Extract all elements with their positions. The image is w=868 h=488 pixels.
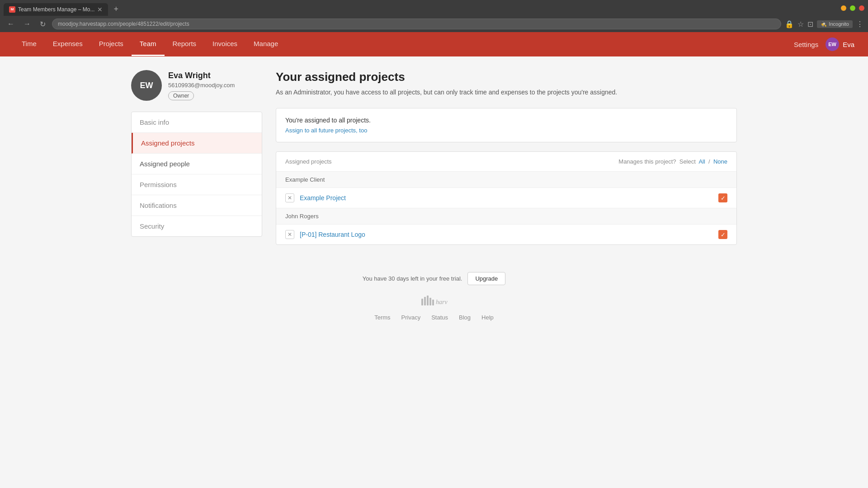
svg-rect-0 <box>421 299 423 305</box>
manages-label: Manages this project? <box>618 158 676 165</box>
nav-invoices[interactable]: Invoices <box>204 33 245 56</box>
table-header: Assigned projects Manages this project? … <box>276 152 736 172</box>
page-content: EW Eva Wright 56109936@moodjoy.com Owner… <box>118 56 750 258</box>
sidebar-item-basic-info[interactable]: Basic info <box>132 112 262 133</box>
nav-team[interactable]: Team <box>132 33 165 56</box>
svg-rect-1 <box>424 297 426 305</box>
sidebar-item-notifications[interactable]: Notifications <box>132 195 262 216</box>
info-box: You're assigned to all projects. Assign … <box>276 108 737 142</box>
harvest-logo-svg: harvest <box>420 294 448 308</box>
header-right: Settings EW Eva <box>794 38 854 51</box>
table-header-right: Manages this project? Select All / None <box>618 158 727 165</box>
manages-project-1-checkbox[interactable]: ✓ <box>718 193 727 202</box>
page-body: EW Eva Wright 56109936@moodjoy.com Owner… <box>0 56 868 488</box>
tab-close-button[interactable]: ✕ <box>97 6 103 13</box>
svg-rect-3 <box>429 298 431 305</box>
footer-status-link[interactable]: Status <box>431 314 448 321</box>
settings-link[interactable]: Settings <box>794 41 818 48</box>
refresh-button[interactable]: ↻ <box>37 19 48 29</box>
remove-project-2-button[interactable]: ✕ <box>285 230 294 239</box>
address-bar[interactable]: moodjoy.harvestapp.com/people/4851222/ed… <box>52 19 781 29</box>
projects-table: Assigned projects Manages this project? … <box>276 151 737 245</box>
nav-expenses[interactable]: Expenses <box>45 33 91 56</box>
trial-notice: You have 30 days left in your free trial… <box>14 272 854 285</box>
sidebar-nav: Basic info Assigned projects Assigned pe… <box>131 112 262 237</box>
page-footer: You have 30 days left in your free trial… <box>0 258 868 334</box>
select-label: Select <box>679 158 696 165</box>
main-content: Your assigned projects As an Administrat… <box>276 70 737 245</box>
footer-privacy-link[interactable]: Privacy <box>401 314 421 321</box>
tab-bar: M Team Members Manage – Mo... ✕ + <box>0 0 868 16</box>
incognito-badge: 🕵 Incognito <box>817 20 853 28</box>
trial-text: You have 30 days left in your free trial… <box>363 275 462 282</box>
svg-rect-2 <box>427 296 429 305</box>
footer-help-link[interactable]: Help <box>481 314 494 321</box>
sidebar: EW Eva Wright 56109936@moodjoy.com Owner… <box>131 70 262 245</box>
close-button[interactable] <box>859 5 864 11</box>
user-name-header: Eva <box>843 41 854 48</box>
select-none-link[interactable]: None <box>713 158 727 165</box>
sidebar-item-security[interactable]: Security <box>132 216 262 236</box>
page-subtitle: As an Administrator, you have access to … <box>276 88 737 97</box>
project-row-1: ✕ Example Project ✓ <box>276 188 736 208</box>
separator: / <box>708 158 710 165</box>
nav-actions: 🔒 ☆ ⊡ 🕵 Incognito ⋮ <box>785 20 863 28</box>
nav-time[interactable]: Time <box>14 33 45 56</box>
bookmark-icon[interactable]: ☆ <box>797 20 804 28</box>
browser-nav: ← → ↻ moodjoy.harvestapp.com/people/4851… <box>0 16 868 32</box>
profile-info: Eva Wright 56109936@moodjoy.com Owner <box>168 71 235 100</box>
table-header-label: Assigned projects <box>285 158 332 165</box>
app-header: Time Expenses Projects Team Reports Invo… <box>0 32 868 56</box>
svg-rect-4 <box>432 300 434 305</box>
profile-section: EW Eva Wright 56109936@moodjoy.com Owner <box>131 70 262 101</box>
assign-future-link[interactable]: Assign to all future projects, too <box>285 127 367 134</box>
harvest-logo: harvest <box>14 294 854 308</box>
nav-manage[interactable]: Manage <box>245 33 286 56</box>
footer-blog-link[interactable]: Blog <box>459 314 471 321</box>
owner-badge: Owner <box>168 91 194 100</box>
remove-project-1-button[interactable]: ✕ <box>285 193 294 202</box>
project-1-link[interactable]: Example Project <box>300 194 713 202</box>
url-display: moodjoy.harvestapp.com/people/4851222/ed… <box>58 21 189 27</box>
tab-favicon: M <box>9 6 15 13</box>
eye-off-icon: 🔒 <box>785 20 794 28</box>
main-nav: Time Expenses Projects Team Reports Invo… <box>14 33 286 56</box>
sidebar-item-assigned-people[interactable]: Assigned people <box>132 154 262 174</box>
page-title: Your assigned projects <box>276 70 737 84</box>
incognito-icon: 🕵 <box>821 21 827 27</box>
profile-name: Eva Wright <box>168 71 235 80</box>
client-row-2: John Rogers <box>276 208 736 225</box>
tab-label: Team Members Manage – Mo... <box>18 6 94 13</box>
sidebar-icon[interactable]: ⊡ <box>807 20 813 28</box>
user-badge[interactable]: EW Eva <box>826 38 854 51</box>
sidebar-item-permissions[interactable]: Permissions <box>132 174 262 195</box>
project-row-2: ✕ [P-01] Restaurant Logo ✓ <box>276 225 736 244</box>
maximize-button[interactable] <box>850 5 855 11</box>
new-tab-button[interactable]: + <box>110 3 122 16</box>
sidebar-item-assigned-projects[interactable]: Assigned projects <box>132 133 262 154</box>
profile-email: 56109936@moodjoy.com <box>168 82 235 89</box>
nav-projects[interactable]: Projects <box>91 33 132 56</box>
minimize-button[interactable] <box>841 5 846 11</box>
nav-reports[interactable]: Reports <box>165 33 205 56</box>
window-controls <box>841 5 864 14</box>
user-avatar: EW <box>826 38 839 51</box>
footer-links: Terms Privacy Status Blog Help <box>14 314 854 321</box>
upgrade-button[interactable]: Upgrade <box>467 272 505 285</box>
manages-project-2-checkbox[interactable]: ✓ <box>718 230 727 239</box>
back-button[interactable]: ← <box>5 19 17 29</box>
select-all-link[interactable]: All <box>698 158 705 165</box>
assigned-all-text: You're assigned to all projects. <box>285 117 727 124</box>
forward-button[interactable]: → <box>21 19 33 29</box>
browser-chrome: M Team Members Manage – Mo... ✕ + ← → ↻ … <box>0 0 868 32</box>
menu-icon[interactable]: ⋮ <box>856 20 863 28</box>
active-tab[interactable]: M Team Members Manage – Mo... ✕ <box>4 3 108 16</box>
svg-text:harvest: harvest <box>436 299 448 305</box>
avatar: EW <box>131 70 162 101</box>
footer-terms-link[interactable]: Terms <box>374 314 390 321</box>
client-row-1: Example Client <box>276 172 736 188</box>
project-2-link[interactable]: [P-01] Restaurant Logo <box>300 231 713 238</box>
